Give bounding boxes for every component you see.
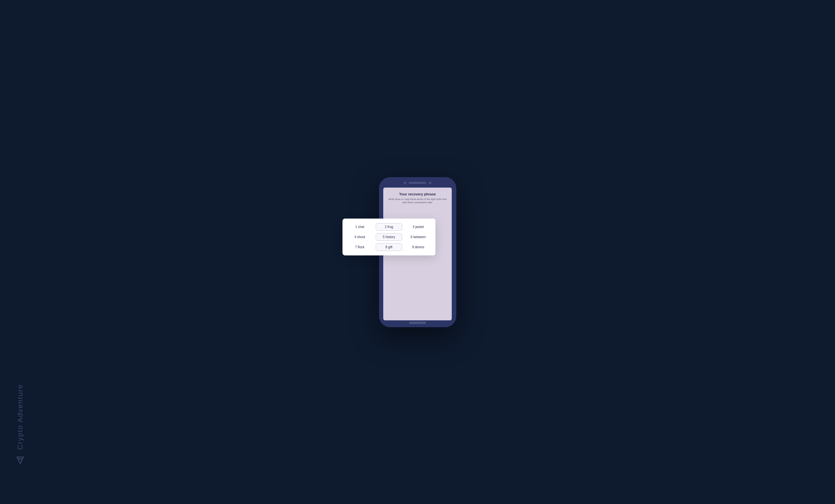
- phrase-item-9: 9 device: [405, 243, 431, 251]
- screen-title: Your recovery phrase: [388, 192, 447, 196]
- phrase-item-1: 1 chat: [346, 223, 373, 230]
- phone-screen: Your recovery phrase Write down or copy …: [383, 187, 452, 320]
- svg-marker-0: [17, 457, 23, 464]
- phrase-grid: 1 chat 2 frog 3 jacket 4 shoot 5 history…: [346, 223, 431, 251]
- phrase-item-4: 4 shoot: [346, 233, 373, 241]
- watermark-text: Crypto Adventure: [16, 384, 24, 450]
- crypto-adventure-icon: [16, 456, 25, 465]
- screen-subtitle: Write down or copy these words in the ri…: [388, 198, 447, 204]
- phone-home-button[interactable]: [409, 322, 426, 324]
- phrase-item-7: 7 flock: [346, 243, 373, 251]
- phrase-item-3: 3 jacket: [405, 223, 431, 230]
- screen-header: Your recovery phrase Write down or copy …: [383, 187, 452, 207]
- phrase-item-8: 8 gift: [376, 243, 403, 251]
- phone-top-bar: [379, 177, 456, 186]
- phone-front-cam-dot: [429, 182, 431, 184]
- phrase-item-2: 2 frog: [376, 223, 403, 230]
- phone-speaker: [409, 182, 426, 184]
- phrase-item-5: 5 history: [376, 233, 403, 241]
- phone-shell: Your recovery phrase Write down or copy …: [379, 177, 456, 327]
- recovery-card: 1 chat 2 frog 3 jacket 4 shoot 5 history…: [343, 219, 435, 256]
- phrase-item-6: 6 between: [405, 233, 431, 241]
- watermark: Crypto Adventure: [16, 384, 25, 465]
- phone-camera-dot: [404, 182, 406, 184]
